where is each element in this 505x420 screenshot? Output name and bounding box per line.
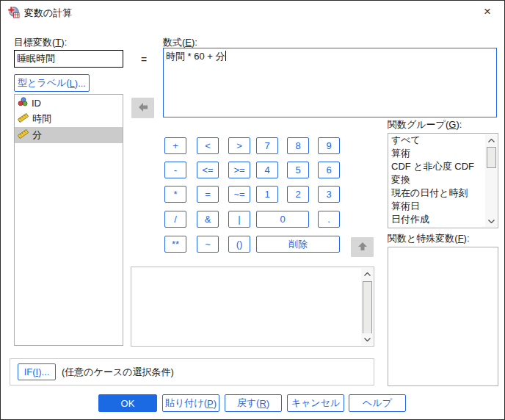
keypad-9-button[interactable]: 9 bbox=[318, 137, 340, 154]
reset-button[interactable]: 戻す(R) bbox=[225, 394, 282, 412]
label-pre: 目標変数( bbox=[14, 37, 55, 48]
keypad-3-button[interactable]: 3 bbox=[318, 186, 340, 203]
keypad-decimal-button[interactable]: . bbox=[318, 211, 340, 228]
scale-variable-icon bbox=[18, 113, 29, 125]
list-item[interactable]: 日付作成 bbox=[388, 213, 485, 226]
keypad-or-button[interactable]: | bbox=[228, 211, 250, 228]
help-button[interactable]: ヘルプ bbox=[349, 394, 406, 412]
mnemonic: L bbox=[70, 78, 75, 89]
type-and-label-button[interactable]: 型とラベル(L)... bbox=[14, 74, 90, 92]
label-post: )... bbox=[75, 78, 86, 89]
keypad-delete-button[interactable]: 削除 bbox=[256, 236, 340, 253]
mnemonic: G bbox=[448, 119, 456, 130]
label-pre: 数式( bbox=[163, 37, 185, 48]
scroll-down-icon[interactable] bbox=[361, 333, 373, 345]
keypad-and-button[interactable]: & bbox=[197, 211, 219, 228]
function-group-list[interactable]: すべて 算術 CDF と非心度 CDF 変換 現在の日付と時刻 算術日 日付作成 bbox=[388, 133, 498, 228]
mnemonic: F bbox=[458, 233, 464, 244]
arrow-left-icon bbox=[137, 102, 149, 115]
keypad-0-button[interactable]: 0 bbox=[256, 211, 309, 228]
move-variable-button[interactable] bbox=[131, 98, 154, 118]
keypad-not-button[interactable]: ~ bbox=[197, 236, 219, 253]
keypad-less-than-button[interactable]: < bbox=[197, 137, 219, 154]
nominal-variable-icon bbox=[18, 97, 28, 109]
list-item[interactable]: 算術日 bbox=[388, 200, 485, 213]
keypad-less-equal-button[interactable]: <= bbox=[197, 162, 219, 178]
keypad-7-button[interactable]: 7 bbox=[256, 137, 278, 154]
keypad-greater-than-button[interactable]: > bbox=[228, 137, 250, 154]
keypad-multiply-button[interactable]: * bbox=[164, 186, 186, 203]
keypad-greater-equal-button[interactable]: >= bbox=[228, 162, 250, 178]
description-scrollbar[interactable] bbox=[361, 268, 373, 345]
list-item[interactable]: 現在の日付と時刻 bbox=[388, 187, 485, 200]
keypad-4-button[interactable]: 4 bbox=[256, 162, 278, 178]
label-pre: IF( bbox=[24, 366, 36, 377]
label-post: ): bbox=[192, 37, 197, 48]
scroll-down-icon[interactable] bbox=[485, 215, 497, 227]
list-item[interactable]: すべて bbox=[388, 134, 485, 147]
function-description-area bbox=[131, 267, 374, 347]
variable-name: 分 bbox=[32, 128, 42, 142]
keypad-plus-button[interactable]: + bbox=[164, 137, 186, 154]
label-post: ) bbox=[214, 398, 217, 409]
label-pre: 関数と特殊変数( bbox=[388, 233, 458, 244]
if-condition-hint: (任意のケースの選択条件) bbox=[62, 366, 174, 379]
keypad-5-button[interactable]: 5 bbox=[287, 162, 309, 178]
list-item-id[interactable]: ID bbox=[15, 95, 123, 111]
expression-editor[interactable]: 時間 * 60 + 分 bbox=[163, 48, 497, 117]
keypad-6-button[interactable]: 6 bbox=[318, 162, 340, 178]
scrollbar-thumb[interactable] bbox=[363, 281, 372, 334]
variable-list[interactable]: ID 時間 bbox=[14, 94, 123, 346]
keypad-parentheses-button[interactable]: () bbox=[228, 236, 250, 253]
functions-special-label: 関数と特殊変数(F): bbox=[388, 232, 470, 245]
compute-variable-icon bbox=[7, 6, 20, 18]
keypad-equal-button[interactable]: = bbox=[197, 186, 219, 203]
scroll-up-icon[interactable] bbox=[361, 268, 373, 280]
close-button[interactable]: × bbox=[471, 1, 504, 23]
scale-variable-icon bbox=[18, 129, 29, 141]
label-post: )... bbox=[38, 366, 49, 377]
label-pre: 貼り付け( bbox=[165, 397, 207, 410]
equals-sign: = bbox=[141, 54, 147, 65]
title-bar: 変数の計算 × bbox=[1, 1, 504, 23]
label-post: ) bbox=[266, 398, 269, 409]
variable-name: 時間 bbox=[32, 112, 51, 126]
keypad-2-button[interactable]: 2 bbox=[287, 186, 309, 203]
list-item-hours[interactable]: 時間 bbox=[15, 111, 123, 127]
function-group-scrollbar[interactable] bbox=[485, 134, 497, 227]
list-item[interactable]: CDF と非心度 CDF bbox=[388, 160, 485, 173]
keypad-minus-button[interactable]: - bbox=[164, 162, 186, 178]
if-button[interactable]: IF(I)... bbox=[18, 363, 56, 380]
label-post: ): bbox=[456, 119, 462, 130]
variable-name: ID bbox=[32, 98, 41, 109]
expression-text: 時間 * 60 + 分 bbox=[166, 51, 225, 62]
label-pre: 型とラベル( bbox=[18, 76, 70, 90]
text-cursor bbox=[225, 51, 226, 61]
if-condition-row: IF(I)... (任意のケースの選択条件) bbox=[10, 358, 374, 385]
functions-special-list[interactable] bbox=[388, 247, 498, 386]
scroll-up-icon[interactable] bbox=[485, 134, 497, 146]
mnemonic: R bbox=[259, 398, 266, 409]
compute-variable-dialog: 変数の計算 × 目標変数(T): = 型とラベル(L)... ID bbox=[0, 0, 505, 420]
keypad-divide-button[interactable]: / bbox=[164, 211, 186, 228]
keypad-not-equal-button[interactable]: ~= bbox=[228, 186, 250, 203]
paste-button[interactable]: 貼り付け(P) bbox=[162, 394, 219, 412]
ok-button[interactable]: OK bbox=[98, 394, 157, 412]
label-post: ): bbox=[61, 37, 67, 48]
mnemonic: P bbox=[207, 398, 214, 409]
target-variable-input[interactable] bbox=[14, 50, 123, 68]
insert-function-button[interactable] bbox=[351, 237, 374, 257]
label-pre: 戻す( bbox=[237, 397, 260, 410]
window-title: 変数の計算 bbox=[24, 7, 72, 20]
list-item[interactable]: 変換 bbox=[388, 173, 485, 187]
list-item[interactable]: 算術 bbox=[388, 147, 485, 160]
list-item-minutes[interactable]: 分 bbox=[15, 127, 123, 143]
scrollbar-thumb[interactable] bbox=[487, 147, 496, 168]
function-group-label: 関数グループ(G): bbox=[388, 118, 462, 131]
keypad-power-button[interactable]: ** bbox=[164, 236, 186, 253]
keypad-8-button[interactable]: 8 bbox=[287, 137, 309, 154]
label-pre: 関数グループ( bbox=[388, 119, 448, 130]
keypad-1-button[interactable]: 1 bbox=[256, 186, 278, 203]
cancel-button[interactable]: キャンセル bbox=[287, 394, 344, 412]
arrow-up-icon bbox=[357, 241, 368, 253]
